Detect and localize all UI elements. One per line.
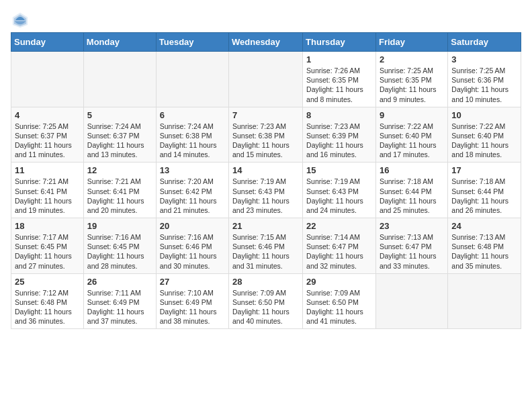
day-info: Sunrise: 7:13 AM Sunset: 6:48 PM Dayligh… (451, 232, 517, 271)
day-info: Sunrise: 7:10 AM Sunset: 6:49 PM Dayligh… (160, 288, 225, 326)
day-info: Sunrise: 7:16 AM Sunset: 6:46 PM Dayligh… (160, 232, 225, 271)
calendar-cell: 1Sunrise: 7:26 AM Sunset: 6:35 PM Daylig… (303, 52, 376, 107)
calendar-week-1: 1Sunrise: 7:26 AM Sunset: 6:35 PM Daylig… (11, 52, 521, 107)
calendar-cell: 23Sunrise: 7:13 AM Sunset: 6:47 PM Dayli… (375, 218, 447, 274)
day-info: Sunrise: 7:25 AM Sunset: 6:37 PM Dayligh… (15, 122, 80, 160)
logo-icon (11, 11, 30, 30)
calendar-cell: 7Sunrise: 7:23 AM Sunset: 6:38 PM Daylig… (229, 107, 303, 163)
weekday-header-saturday: Saturday (448, 33, 521, 52)
day-info: Sunrise: 7:23 AM Sunset: 6:39 PM Dayligh… (306, 122, 372, 160)
weekday-header-sunday: Sunday (11, 33, 84, 52)
day-number: 2 (380, 54, 444, 64)
day-info: Sunrise: 7:22 AM Sunset: 6:40 PM Dayligh… (380, 122, 444, 160)
calendar-cell (156, 52, 228, 107)
day-number: 12 (87, 165, 152, 175)
calendar-cell: 26Sunrise: 7:11 AM Sunset: 6:49 PM Dayli… (83, 273, 156, 329)
weekday-header-monday: Monday (83, 33, 156, 52)
day-number: 23 (380, 221, 444, 231)
calendar-week-3: 11Sunrise: 7:21 AM Sunset: 6:41 PM Dayli… (11, 163, 521, 218)
calendar-cell: 24Sunrise: 7:13 AM Sunset: 6:48 PM Dayli… (448, 218, 521, 274)
day-info: Sunrise: 7:18 AM Sunset: 6:44 PM Dayligh… (380, 177, 444, 215)
day-info: Sunrise: 7:19 AM Sunset: 6:43 PM Dayligh… (306, 177, 372, 215)
day-number: 29 (306, 277, 372, 287)
calendar-cell (11, 52, 84, 107)
calendar-cell: 22Sunrise: 7:14 AM Sunset: 6:47 PM Dayli… (303, 218, 376, 274)
day-info: Sunrise: 7:23 AM Sunset: 6:38 PM Dayligh… (232, 122, 299, 160)
calendar-cell: 5Sunrise: 7:24 AM Sunset: 6:37 PM Daylig… (83, 107, 156, 163)
day-info: Sunrise: 7:13 AM Sunset: 6:47 PM Dayligh… (380, 232, 444, 271)
logo (11, 11, 32, 30)
day-info: Sunrise: 7:17 AM Sunset: 6:45 PM Dayligh… (15, 232, 80, 271)
calendar-cell: 4Sunrise: 7:25 AM Sunset: 6:37 PM Daylig… (11, 107, 84, 163)
calendar-cell: 15Sunrise: 7:19 AM Sunset: 6:43 PM Dayli… (303, 163, 376, 218)
header (11, 11, 521, 30)
day-number: 20 (160, 221, 225, 231)
day-info: Sunrise: 7:18 AM Sunset: 6:44 PM Dayligh… (451, 177, 517, 215)
day-info: Sunrise: 7:21 AM Sunset: 6:41 PM Dayligh… (87, 177, 152, 215)
day-info: Sunrise: 7:24 AM Sunset: 6:38 PM Dayligh… (160, 122, 225, 160)
day-info: Sunrise: 7:11 AM Sunset: 6:49 PM Dayligh… (87, 288, 152, 326)
day-info: Sunrise: 7:21 AM Sunset: 6:41 PM Dayligh… (15, 177, 80, 215)
day-number: 19 (87, 221, 152, 231)
calendar-cell: 2Sunrise: 7:25 AM Sunset: 6:35 PM Daylig… (375, 52, 447, 107)
calendar-cell: 28Sunrise: 7:09 AM Sunset: 6:50 PM Dayli… (229, 273, 303, 329)
calendar-cell (229, 52, 303, 107)
day-number: 7 (232, 110, 299, 120)
calendar-cell: 25Sunrise: 7:12 AM Sunset: 6:48 PM Dayli… (11, 273, 84, 329)
calendar-cell: 17Sunrise: 7:18 AM Sunset: 6:44 PM Dayli… (448, 163, 521, 218)
calendar-cell: 10Sunrise: 7:22 AM Sunset: 6:40 PM Dayli… (448, 107, 521, 163)
calendar-table: SundayMondayTuesdayWednesdayThursdayFrid… (11, 32, 521, 329)
calendar-cell (375, 273, 447, 329)
calendar-cell: 21Sunrise: 7:15 AM Sunset: 6:46 PM Dayli… (229, 218, 303, 274)
day-number: 4 (15, 110, 80, 120)
day-info: Sunrise: 7:25 AM Sunset: 6:35 PM Dayligh… (380, 66, 444, 104)
day-number: 25 (15, 277, 80, 287)
weekday-header-thursday: Thursday (303, 33, 376, 52)
calendar-cell: 12Sunrise: 7:21 AM Sunset: 6:41 PM Dayli… (83, 163, 156, 218)
calendar-cell: 9Sunrise: 7:22 AM Sunset: 6:40 PM Daylig… (375, 107, 447, 163)
calendar-cell: 27Sunrise: 7:10 AM Sunset: 6:49 PM Dayli… (156, 273, 228, 329)
calendar-cell: 20Sunrise: 7:16 AM Sunset: 6:46 PM Dayli… (156, 218, 228, 274)
day-info: Sunrise: 7:19 AM Sunset: 6:43 PM Dayligh… (232, 177, 299, 215)
day-info: Sunrise: 7:14 AM Sunset: 6:47 PM Dayligh… (306, 232, 372, 271)
calendar-cell (448, 273, 521, 329)
calendar-cell: 19Sunrise: 7:16 AM Sunset: 6:45 PM Dayli… (83, 218, 156, 274)
calendar-week-4: 18Sunrise: 7:17 AM Sunset: 6:45 PM Dayli… (11, 218, 521, 274)
calendar-cell: 14Sunrise: 7:19 AM Sunset: 6:43 PM Dayli… (229, 163, 303, 218)
day-info: Sunrise: 7:22 AM Sunset: 6:40 PM Dayligh… (451, 122, 517, 160)
day-info: Sunrise: 7:15 AM Sunset: 6:46 PM Dayligh… (232, 232, 299, 271)
calendar-cell: 13Sunrise: 7:20 AM Sunset: 6:42 PM Dayli… (156, 163, 228, 218)
day-number: 9 (380, 110, 444, 120)
day-number: 15 (306, 165, 372, 175)
day-number: 14 (232, 165, 299, 175)
day-number: 21 (232, 221, 299, 231)
day-number: 1 (306, 54, 372, 64)
day-number: 10 (451, 110, 517, 120)
day-info: Sunrise: 7:24 AM Sunset: 6:37 PM Dayligh… (87, 122, 152, 160)
weekday-header-tuesday: Tuesday (156, 33, 228, 52)
day-info: Sunrise: 7:25 AM Sunset: 6:36 PM Dayligh… (451, 66, 517, 104)
day-info: Sunrise: 7:09 AM Sunset: 6:50 PM Dayligh… (232, 288, 299, 326)
day-number: 6 (160, 110, 225, 120)
weekday-header-friday: Friday (375, 33, 447, 52)
day-number: 8 (306, 110, 372, 120)
day-info: Sunrise: 7:12 AM Sunset: 6:48 PM Dayligh… (15, 288, 80, 326)
day-number: 3 (451, 54, 517, 64)
day-number: 22 (306, 221, 372, 231)
calendar-cell: 6Sunrise: 7:24 AM Sunset: 6:38 PM Daylig… (156, 107, 228, 163)
weekday-header-wednesday: Wednesday (229, 33, 303, 52)
day-info: Sunrise: 7:20 AM Sunset: 6:42 PM Dayligh… (160, 177, 225, 215)
calendar-cell: 8Sunrise: 7:23 AM Sunset: 6:39 PM Daylig… (303, 107, 376, 163)
day-info: Sunrise: 7:09 AM Sunset: 6:50 PM Dayligh… (306, 288, 372, 326)
calendar-week-5: 25Sunrise: 7:12 AM Sunset: 6:48 PM Dayli… (11, 273, 521, 329)
day-info: Sunrise: 7:26 AM Sunset: 6:35 PM Dayligh… (306, 66, 372, 104)
calendar-week-2: 4Sunrise: 7:25 AM Sunset: 6:37 PM Daylig… (11, 107, 521, 163)
calendar-cell: 18Sunrise: 7:17 AM Sunset: 6:45 PM Dayli… (11, 218, 84, 274)
day-number: 11 (15, 165, 80, 175)
day-number: 5 (87, 110, 152, 120)
calendar-cell: 16Sunrise: 7:18 AM Sunset: 6:44 PM Dayli… (375, 163, 447, 218)
day-info: Sunrise: 7:16 AM Sunset: 6:45 PM Dayligh… (87, 232, 152, 271)
calendar-cell (83, 52, 156, 107)
day-number: 18 (15, 221, 80, 231)
day-number: 13 (160, 165, 225, 175)
